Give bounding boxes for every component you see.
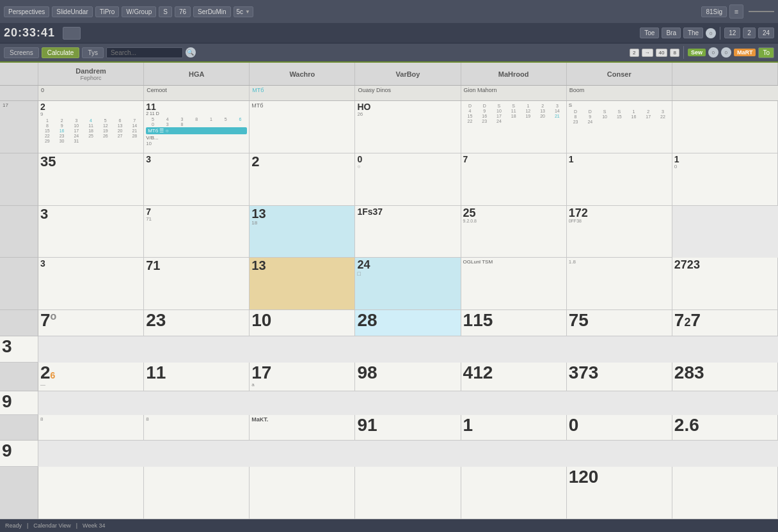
toolbar-dropdown[interactable]: 5c ▼ [234, 6, 253, 17]
cell-3-1[interactable]: 3 [38, 206, 144, 258]
cell-8-3[interactable] [250, 467, 355, 519]
nav-circle1[interactable]: ○ [708, 47, 718, 58]
num-3-6: 172 [569, 207, 670, 219]
cell-1-6-content: S [569, 102, 670, 108]
cell-8-4[interactable] [355, 467, 461, 519]
cell-8-2[interactable] [144, 467, 250, 519]
toolbar-group[interactable]: W/Group [122, 6, 156, 17]
cell-2-3[interactable]: 2 [250, 153, 355, 206]
cell-1-5[interactable]: DDSS 1234 9101112 13141516 17181920 2122… [461, 101, 567, 153]
cell-3-5[interactable]: 25 9.2.0.8 [461, 206, 567, 258]
cell-6-1[interactable]: 26 — [38, 363, 144, 391]
toolbar-tipro[interactable]: TiPro [95, 6, 120, 17]
toolbar-perspectives[interactable]: Perspectives [4, 6, 49, 17]
cell-4-7[interactable]: 2723 [672, 258, 778, 310]
cell-4-5[interactable]: OGLunl TSM [461, 258, 567, 310]
cell-1-2[interactable]: 11 2 11 D 54381 56038 MTб ☰ ○ V/B... 10 [144, 101, 250, 153]
cell-1-3[interactable]: MTб [250, 101, 355, 153]
cell-4-4[interactable]: 24 □ [355, 258, 461, 310]
col-header-2: HGA [144, 63, 250, 85]
cell-8-7[interactable] [672, 467, 778, 519]
toolbar-s[interactable]: S [159, 6, 172, 17]
sew-badge[interactable]: Sew [688, 49, 706, 56]
cell-5-3[interactable]: 10 [250, 310, 355, 336]
cell-2-6[interactable]: 1 [567, 153, 672, 206]
tb-24[interactable]: 24 [758, 27, 774, 38]
cell-6-7[interactable]: 283 [672, 363, 778, 391]
cell-5-2[interactable]: 23 [144, 310, 250, 336]
cell-4-6[interactable]: 1.8 [567, 258, 672, 310]
cell-2-2[interactable]: 3 [144, 153, 250, 206]
cell-6-5[interactable]: 412 [461, 363, 567, 391]
cell-5-4[interactable]: 28 [355, 310, 461, 336]
calendar-area: Dandrem Fephorc HGA Wachro VarBoy MaHroo… [0, 63, 778, 519]
mart-badge[interactable]: MaRT [734, 49, 756, 56]
num-3-5: 25 [463, 207, 564, 219]
num-3-2: 7 [146, 207, 247, 216]
num-7-5: 1 [463, 416, 564, 434]
cell-3-4[interactable]: 1Fs37 [355, 206, 461, 258]
dropdown-value: 5c [237, 8, 244, 15]
cell-6-6[interactable]: 373 [567, 363, 672, 391]
search-btn[interactable]: 🔍 [186, 47, 196, 58]
cell-8-5[interactable] [461, 467, 567, 519]
cell-5-8[interactable]: 3 [0, 336, 38, 363]
tb-bra[interactable]: Bra [662, 27, 681, 38]
toolbar-76[interactable]: 76 [175, 6, 191, 17]
menu-icon[interactable]: ≡ [729, 4, 743, 19]
cell-5-7[interactable]: 727 [672, 310, 778, 336]
tb-12[interactable]: 12 [724, 27, 740, 38]
cell-1-7[interactable] [672, 101, 778, 153]
cell-1-4[interactable]: HO 26 [355, 101, 461, 153]
num-6-1: 26 [40, 364, 141, 382]
nav-screens[interactable]: Screens [4, 47, 39, 58]
cell-7-1[interactable]: 8 [38, 415, 144, 441]
nav-calculate[interactable]: Calculate [42, 47, 80, 58]
nav-40[interactable]: 40 [656, 49, 668, 57]
cell-2-1[interactable]: 35 [38, 153, 144, 206]
cell-3-3[interactable]: 13 18 [250, 206, 355, 258]
cell-3-6[interactable]: 172 0FF38 [567, 206, 672, 258]
cell-6-2[interactable]: 11 [144, 363, 250, 391]
cell-7-3[interactable]: MaKT. [250, 415, 355, 441]
nav-btn2[interactable]: 2 [630, 49, 639, 57]
nav-circle2[interactable]: ○ [721, 47, 731, 58]
cell-2-4[interactable]: 0 ○ [355, 153, 461, 206]
cell-3-2[interactable]: 7 71 [144, 206, 250, 258]
cell-7-8[interactable]: 9 [0, 441, 38, 467]
tb-circle[interactable]: ○ [706, 28, 716, 38]
cell-4-3[interactable]: 13 [250, 258, 355, 310]
sep2 [683, 46, 684, 59]
to-label[interactable]: To [758, 47, 774, 58]
cell-7-2[interactable]: 8 [144, 415, 250, 441]
cell-6-8[interactable]: 9 [0, 391, 38, 414]
toolbar-slideundar[interactable]: SlideUndar [52, 6, 92, 17]
cell-8-6[interactable]: 120 [567, 467, 672, 519]
cell-6-3[interactable]: 17 a [250, 363, 355, 391]
search-input[interactable] [106, 47, 183, 58]
cell-1-6[interactable]: S DDSS 123 8910 151617 222324 [567, 101, 672, 153]
cell-7-7[interactable]: 2.6 [672, 415, 778, 441]
cell-7-6[interactable]: 0 [567, 415, 672, 441]
cell-2-7[interactable]: 1 0 [672, 153, 778, 206]
nav-tys[interactable]: Tys [82, 47, 104, 58]
tb-toe[interactable]: Toe [640, 27, 659, 38]
nav-8[interactable]: 8 [670, 49, 679, 57]
side-6 [0, 363, 38, 391]
toolbar-serdumin[interactable]: SerDuMin [193, 6, 230, 17]
cell-1-1[interactable]: 2 9 1234567 891011121314 15161718192021 … [38, 101, 144, 153]
cell-8-1[interactable] [38, 467, 144, 519]
cell-5-5[interactable]: 115 [461, 310, 567, 336]
cell-5-6[interactable]: 75 [567, 310, 672, 336]
cell-5-1[interactable]: 7o [38, 310, 144, 336]
cell-7-5[interactable]: 1 [461, 415, 567, 441]
nav-arr[interactable]: → [642, 49, 653, 57]
cell-4-2[interactable]: 71 [144, 258, 250, 310]
tb-2[interactable]: 2 [743, 27, 756, 38]
cell-4-1[interactable]: 3 [38, 258, 144, 310]
cell-7-4[interactable]: 91 [355, 415, 461, 441]
toolbar-81sig[interactable]: 81Sig [701, 6, 727, 17]
cell-6-4[interactable]: 98 [355, 363, 461, 391]
tb-the[interactable]: The [683, 27, 703, 38]
cell-2-5[interactable]: 7 [461, 153, 567, 206]
